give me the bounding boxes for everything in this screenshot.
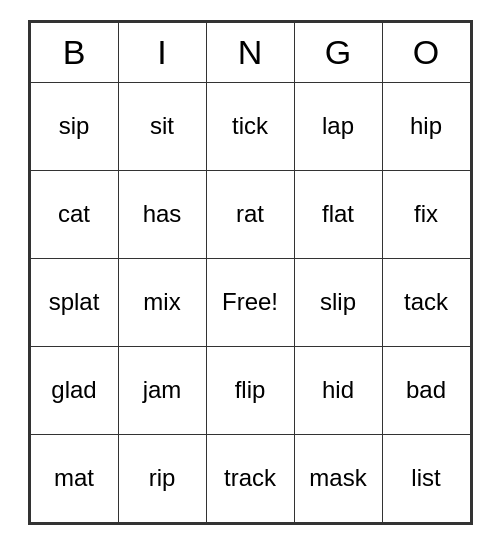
bingo-cell-r4-c2: track: [206, 434, 294, 522]
bingo-cell-r2-c2: Free!: [206, 258, 294, 346]
table-row: matriptrackmasklist: [30, 434, 470, 522]
bingo-cell-r3-c0: glad: [30, 346, 118, 434]
bingo-cell-r3-c4: bad: [382, 346, 470, 434]
table-row: cathasratflatfix: [30, 170, 470, 258]
bingo-cell-r3-c2: flip: [206, 346, 294, 434]
bingo-card: BINGO sipsitticklaphipcathasratflatfixsp…: [28, 20, 473, 525]
bingo-cell-r2-c0: splat: [30, 258, 118, 346]
bingo-cell-r0-c4: hip: [382, 82, 470, 170]
table-row: sipsitticklaphip: [30, 82, 470, 170]
bingo-cell-r1-c0: cat: [30, 170, 118, 258]
bingo-cell-r3-c1: jam: [118, 346, 206, 434]
bingo-cell-r0-c1: sit: [118, 82, 206, 170]
bingo-cell-r2-c1: mix: [118, 258, 206, 346]
bingo-cell-r1-c4: fix: [382, 170, 470, 258]
bingo-table: BINGO sipsitticklaphipcathasratflatfixsp…: [30, 22, 471, 523]
bingo-cell-r3-c3: hid: [294, 346, 382, 434]
table-row: gladjamfliphidbad: [30, 346, 470, 434]
bingo-cell-r0-c2: tick: [206, 82, 294, 170]
header-cell-n: N: [206, 22, 294, 82]
header-cell-o: O: [382, 22, 470, 82]
bingo-cell-r0-c0: sip: [30, 82, 118, 170]
header-cell-i: I: [118, 22, 206, 82]
bingo-cell-r0-c3: lap: [294, 82, 382, 170]
bingo-cell-r1-c3: flat: [294, 170, 382, 258]
bingo-cell-r1-c1: has: [118, 170, 206, 258]
bingo-cell-r2-c4: tack: [382, 258, 470, 346]
bingo-cell-r4-c3: mask: [294, 434, 382, 522]
bingo-cell-r2-c3: slip: [294, 258, 382, 346]
header-cell-b: B: [30, 22, 118, 82]
bingo-cell-r1-c2: rat: [206, 170, 294, 258]
bingo-cell-r4-c1: rip: [118, 434, 206, 522]
header-row: BINGO: [30, 22, 470, 82]
bingo-cell-r4-c4: list: [382, 434, 470, 522]
header-cell-g: G: [294, 22, 382, 82]
table-row: splatmixFree!sliptack: [30, 258, 470, 346]
bingo-cell-r4-c0: mat: [30, 434, 118, 522]
